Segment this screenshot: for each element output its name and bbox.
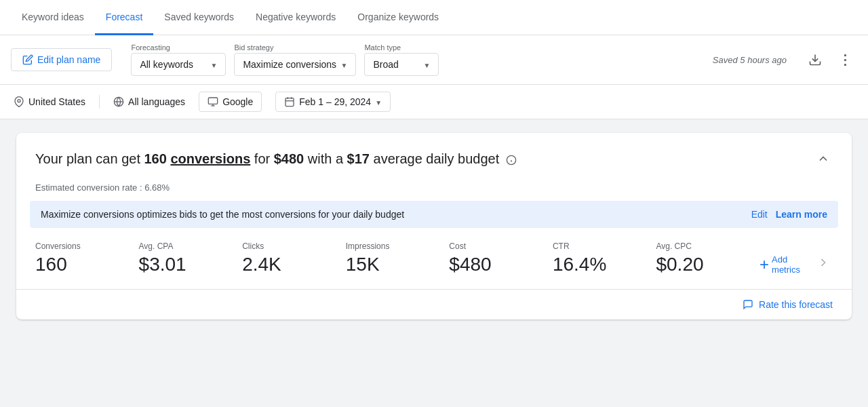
svg-rect-4 xyxy=(208,98,217,104)
info-learn-link[interactable]: Learn more xyxy=(776,209,827,220)
metrics-row: Conversions 160 Avg. CPA $3.01 Clicks 2.… xyxy=(16,228,852,290)
add-metrics-label: Addmetrics xyxy=(772,254,800,275)
download-icon xyxy=(808,53,822,66)
chevron-down-icon xyxy=(211,59,218,70)
filter-bar: Edit plan name Forecasting All keywords … xyxy=(0,35,868,85)
metric-label: Avg. CPC xyxy=(656,241,760,251)
network-button[interactable]: Google xyxy=(199,92,262,112)
info-banner: Maximize conversions optimizes bids to g… xyxy=(30,201,838,228)
headline-suffix: average daily budget xyxy=(370,151,499,166)
conversion-rate-row: Estimated conversion rate : 6.68% xyxy=(16,182,852,201)
headline-mid: for xyxy=(250,151,273,166)
card-footer: Rate this forecast xyxy=(16,290,852,319)
budget-total: $480 xyxy=(274,151,304,166)
tab-saved-keywords[interactable]: Saved keywords xyxy=(153,1,245,35)
metric-label: Avg. CPA xyxy=(139,241,243,251)
metric-value: $0.20 xyxy=(656,254,760,275)
tab-keyword-ideas[interactable]: Keyword ideas xyxy=(11,1,95,35)
tab-organize-keywords[interactable]: Organize keywords xyxy=(347,1,450,35)
calendar-icon xyxy=(284,96,295,107)
metric-label: Clicks xyxy=(242,241,346,251)
metric-avg-cpc: Avg. CPC $0.20 xyxy=(656,241,760,275)
more-icon: ⋮ xyxy=(838,52,852,68)
rate-forecast-label: Rate this forecast xyxy=(759,299,833,310)
rate-forecast-button[interactable]: Rate this forecast xyxy=(743,299,833,310)
language-icon xyxy=(113,96,124,107)
metric-value: 2.4K xyxy=(242,254,346,275)
edit-plan-button[interactable]: Edit plan name xyxy=(11,48,112,71)
more-options-button[interactable]: ⋮ xyxy=(833,47,857,72)
metric-ctr: CTR 16.4% xyxy=(553,241,656,275)
tab-forecast[interactable]: Forecast xyxy=(95,1,153,35)
metric-avg-cpa: Avg. CPA $3.01 xyxy=(139,241,243,275)
info-banner-actions: Edit Learn more xyxy=(751,209,827,220)
metric-label: Impressions xyxy=(346,241,450,251)
date-range-button[interactable]: Feb 1 – 29, 2024 xyxy=(275,92,391,112)
metric-impressions: Impressions 15K xyxy=(346,241,450,275)
metric-value: 16.4% xyxy=(553,254,656,275)
match-type-select: Match type Broad xyxy=(364,43,439,76)
svg-point-1 xyxy=(18,100,20,102)
metric-label: Conversions xyxy=(35,241,139,251)
tab-negative-keywords[interactable]: Negative keywords xyxy=(245,1,347,35)
scroll-right-button[interactable] xyxy=(814,253,833,275)
network-label: Google xyxy=(222,96,253,107)
date-range-label: Feb 1 – 29, 2024 xyxy=(299,96,371,107)
metric-conversions: Conversions 160 xyxy=(35,241,139,275)
main-content: Your plan can get 160 conversions for $4… xyxy=(0,119,868,333)
svg-rect-7 xyxy=(285,98,294,106)
chevron-down-icon xyxy=(341,59,348,70)
conversions-count: 160 xyxy=(144,151,167,166)
metric-label: CTR xyxy=(553,241,656,251)
forecast-header: Your plan can get 160 conversions for $4… xyxy=(16,133,852,182)
info-icon[interactable] xyxy=(506,155,517,166)
forecasting-select: Forecasting All keywords xyxy=(131,43,226,76)
forecasting-group: Forecasting All keywords Bid strategy Ma… xyxy=(131,43,439,76)
chevron-right-icon xyxy=(816,256,830,269)
forecasting-label: Forecasting xyxy=(131,43,226,52)
chevron-down-icon xyxy=(424,59,431,70)
location-icon xyxy=(14,96,24,107)
saved-status: Saved 5 hours ago xyxy=(713,55,787,65)
context-bar: United States All languages Google Feb 1… xyxy=(0,85,868,119)
forecast-title-block: Your plan can get 160 conversions for $4… xyxy=(35,149,517,168)
metric-cost: Cost $480 xyxy=(449,241,553,275)
forecasting-dropdown[interactable]: All keywords xyxy=(131,53,226,76)
top-navigation: Keyword ideas Forecast Saved keywords Ne… xyxy=(0,0,868,35)
conversion-rate-value: 6.68% xyxy=(144,182,170,193)
collapse-button[interactable] xyxy=(814,149,833,172)
location-label: United States xyxy=(28,96,85,107)
metric-clicks: Clicks 2.4K xyxy=(242,241,346,275)
match-type-label: Match type xyxy=(364,43,439,52)
info-edit-link[interactable]: Edit xyxy=(751,209,768,220)
download-button[interactable] xyxy=(803,47,827,72)
add-metrics-button[interactable]: + Addmetrics xyxy=(760,254,814,275)
metric-value: 15K xyxy=(346,254,450,275)
metric-label: Cost xyxy=(449,241,553,251)
language-item[interactable]: All languages xyxy=(113,96,185,107)
metric-value: $3.01 xyxy=(139,254,243,275)
info-banner-text: Maximize conversions optimizes bids to g… xyxy=(41,209,404,220)
daily-budget: $17 xyxy=(347,151,370,166)
language-label: All languages xyxy=(128,96,185,107)
metric-value: $480 xyxy=(449,254,553,275)
metric-value: 160 xyxy=(35,254,139,275)
conversion-rate-label: Estimated conversion rate : xyxy=(35,182,144,193)
location-item[interactable]: United States xyxy=(14,96,85,107)
headline-mid2: with a xyxy=(304,151,347,166)
plus-icon: + xyxy=(760,255,769,274)
conversions-label: conversions xyxy=(170,151,250,166)
toolbar-icons: ⋮ xyxy=(803,47,857,72)
chevron-down-icon xyxy=(375,96,382,107)
headline-prefix: Your plan can get xyxy=(35,151,144,166)
forecast-card: Your plan can get 160 conversions for $4… xyxy=(16,133,852,319)
pencil-icon xyxy=(22,54,33,65)
forecast-title: Your plan can get 160 conversions for $4… xyxy=(35,149,517,168)
bid-strategy-label: Bid strategy xyxy=(234,43,356,52)
divider xyxy=(99,95,100,109)
bid-strategy-select: Bid strategy Maximize conversions xyxy=(234,43,356,76)
chevron-up-icon xyxy=(816,152,830,166)
network-icon xyxy=(208,96,218,107)
bid-strategy-dropdown[interactable]: Maximize conversions xyxy=(234,53,356,76)
match-type-dropdown[interactable]: Broad xyxy=(364,53,439,76)
